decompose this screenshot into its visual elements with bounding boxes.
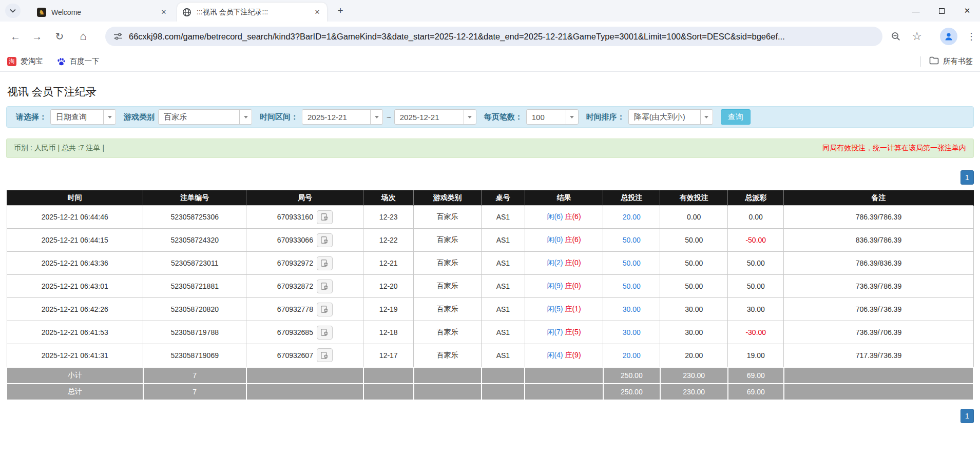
chevron-down-icon [10, 9, 16, 13]
address-bar[interactable]: 66cxkj98.com/game/betrecord_search/kind3… [105, 27, 882, 46]
summary-bar: 币别 : 人民币 | 总共 :7 注单 | 同局有效投注，统一计算在该局第一张注… [6, 138, 974, 158]
cell-total-bet[interactable]: 30.00 [603, 321, 660, 344]
pagination-page-1-top[interactable]: 1 [960, 170, 974, 185]
globe-favicon-icon [182, 8, 191, 17]
reload-button[interactable]: ↻ [51, 28, 68, 45]
tab-welcome[interactable]: ♞ Welcome ✕ [32, 3, 174, 22]
cell-round-id: 670932872 [246, 275, 363, 298]
video-replay-button[interactable] [317, 210, 333, 224]
bet-record-table: 时间 注单编号 局号 场次 游戏类别 桌号 结果 总投注 有效投注 总派彩 备注… [6, 190, 974, 401]
tab-title: :::视讯 会员下注纪录::: [197, 8, 309, 17]
cell-round-id: 670933066 [246, 229, 363, 252]
grand-total-count: 7 [143, 384, 246, 400]
video-replay-button[interactable] [317, 280, 333, 293]
game-type-select[interactable]: 百家乐 [158, 109, 252, 125]
forward-button[interactable]: → [29, 28, 45, 45]
tab-close-icon[interactable]: ✕ [313, 8, 322, 17]
page-size-select[interactable]: 100 [526, 109, 579, 125]
col-valid-bet: 有效投注 [660, 191, 728, 206]
cell-time: 2025-12-21 06:44:46 [7, 206, 143, 229]
window-minimize-button[interactable]: — [903, 0, 929, 22]
subtotal-payout: 69.00 [728, 367, 784, 384]
cell-total-bet[interactable]: 30.00 [603, 298, 660, 321]
cell-table-no: AS1 [482, 321, 525, 344]
tab-bet-record[interactable]: :::视讯 会员下注纪录::: ✕ [177, 3, 327, 22]
cell-total-bet[interactable]: 50.00 [603, 275, 660, 298]
cell-total-bet[interactable]: 20.00 [603, 344, 660, 367]
cell-game-type: 百家乐 [414, 252, 482, 275]
window-close-button[interactable]: ✕ [954, 0, 980, 22]
chevron-down-icon [700, 110, 713, 124]
chevron-down-icon [103, 110, 116, 124]
tab-search-button[interactable] [5, 4, 21, 18]
cell-payout: -50.00 [728, 229, 784, 252]
bookmark-baidu[interactable]: 百度一下 [56, 56, 100, 66]
home-button[interactable]: ⌂ [75, 28, 91, 45]
all-bookmarks[interactable]: 所有书签 [920, 56, 973, 67]
game-type-label: 游戏类别 [124, 112, 155, 122]
table-row: 2025-12-21 06:43:01523058721881670932872… [7, 275, 973, 298]
cell-bet-id: 523058719788 [143, 321, 246, 344]
cell-result: 闲(6) 庄(6) [525, 206, 603, 229]
cell-round-id: 670932778 [246, 298, 363, 321]
table-row: 2025-12-21 06:41:53523058719788670932685… [7, 321, 973, 344]
bookmark-star-icon[interactable]: ☆ [911, 30, 923, 43]
result-banker: 庄(6) [565, 235, 581, 244]
cell-total-bet[interactable]: 50.00 [603, 252, 660, 275]
subtotal-count: 7 [143, 367, 246, 384]
sort-select[interactable]: 降幂(由大到小) [628, 109, 713, 125]
zoom-icon[interactable] [890, 30, 902, 43]
video-replay-button[interactable] [317, 233, 333, 247]
all-bookmarks-label: 所有书签 [943, 56, 973, 66]
round-id-text: 670932685 [277, 328, 313, 336]
round-id-text: 670933066 [277, 236, 313, 244]
new-tab-button[interactable]: + [334, 5, 347, 18]
bookmark-taobao[interactable]: 淘 爱淘宝 [7, 56, 43, 66]
round-id-text: 670932607 [277, 351, 313, 360]
cell-total-bet[interactable]: 20.00 [603, 206, 660, 229]
browser-toolbar: ← → ↻ ⌂ 66cxkj98.com/game/betrecord_sear… [0, 22, 980, 51]
col-table-no: 桌号 [482, 191, 525, 206]
video-replay-button[interactable] [317, 326, 333, 340]
cell-table-no: AS1 [482, 275, 525, 298]
query-type-select[interactable]: 日期查询 [50, 109, 116, 125]
url-text[interactable]: 66cxkj98.com/game/betrecord_search/kind3… [129, 32, 785, 42]
bookmarks-bar: 淘 爱淘宝 百度一下 所有书签 [0, 51, 980, 72]
search-button[interactable]: 查询 [721, 109, 751, 125]
subtotal-label: 小计 [7, 367, 143, 384]
cell-total-bet[interactable]: 50.00 [603, 229, 660, 252]
site-settings-icon[interactable] [113, 32, 123, 41]
pagination-page-1-bottom[interactable]: 1 [960, 409, 974, 423]
cell-result: 闲(2) 庄(0) [525, 252, 603, 275]
video-replay-button[interactable] [317, 303, 333, 316]
date-start-input[interactable]: 2025-12-21 [302, 109, 383, 125]
round-id-text: 670932778 [277, 305, 313, 313]
window-maximize-button[interactable] [929, 0, 954, 22]
cell-payout: 0.00 [728, 206, 784, 229]
profile-avatar[interactable] [940, 28, 957, 45]
result-banker: 庄(6) [565, 212, 581, 221]
col-bet-id: 注单编号 [143, 191, 246, 206]
back-button[interactable]: ← [7, 28, 24, 45]
video-replay-button[interactable] [317, 256, 333, 270]
cell-game-type: 百家乐 [414, 229, 482, 252]
cell-session: 12-20 [363, 275, 414, 298]
cell-result: 闲(4) 庄(9) [525, 344, 603, 367]
cell-remark: 836.39/786.39 [784, 229, 973, 252]
chevron-down-icon [566, 110, 578, 124]
grand-total-payout: 69.00 [728, 384, 784, 400]
date-end-input[interactable]: 2025-12-21 [394, 109, 476, 125]
video-replay-button[interactable] [317, 348, 333, 362]
select-label: 请选择： [16, 112, 47, 122]
cell-game-type: 百家乐 [414, 321, 482, 344]
cell-valid-bet: 30.00 [660, 298, 728, 321]
table-row: 2025-12-21 06:43:36523058723011670932972… [7, 252, 973, 275]
date-range-label: 时间区间： [260, 112, 298, 122]
cell-bet-id: 523058723011 [143, 252, 246, 275]
tab-close-icon[interactable]: ✕ [159, 8, 168, 17]
table-body: 2025-12-21 06:44:46523058725306670933160… [7, 206, 973, 367]
cell-valid-bet: 50.00 [660, 229, 728, 252]
browser-menu-icon[interactable]: ⋮ [965, 28, 977, 45]
grand-total-label: 总计 [7, 384, 143, 400]
cell-game-type: 百家乐 [414, 298, 482, 321]
